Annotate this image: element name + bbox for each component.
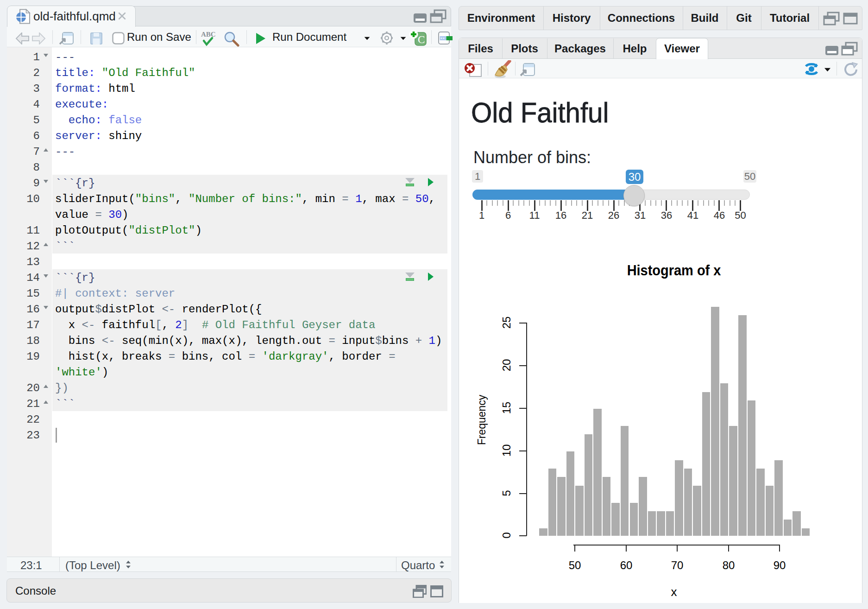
svg-text:ABC: ABC <box>201 31 216 38</box>
svg-text:C: C <box>418 34 425 45</box>
